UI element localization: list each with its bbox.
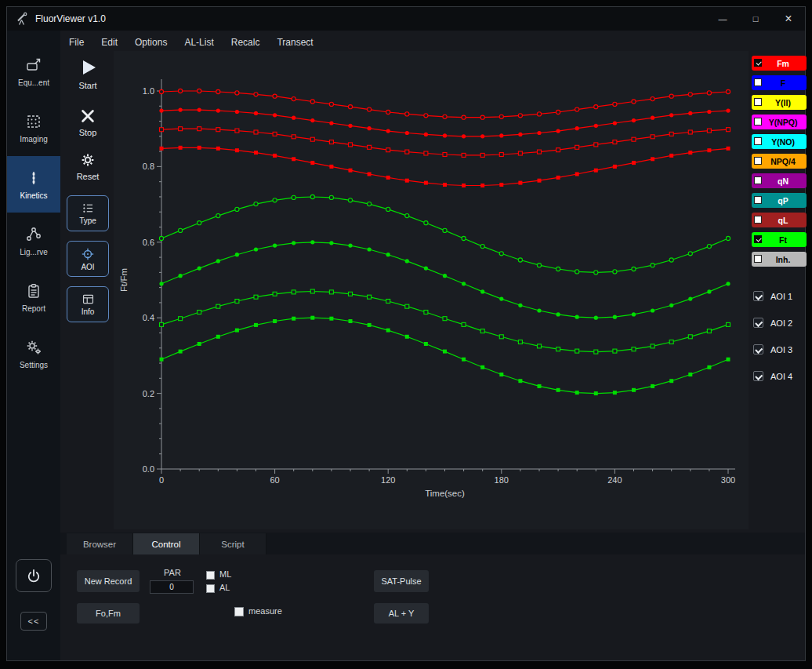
control-panel: New Record PAR ML AL SAT-Pulse Fo,Fm mea… <box>60 554 805 660</box>
sidebar-item-light-curve[interactable]: Lig...rve <box>7 213 60 269</box>
menu-file[interactable]: File <box>60 32 92 53</box>
kinetics-icon <box>25 169 42 187</box>
par-input[interactable] <box>150 580 194 594</box>
aoi-label: AOI 2 <box>770 318 792 328</box>
legend-qn[interactable]: qN <box>752 173 807 188</box>
sat-pulse-button[interactable]: SAT-Pulse <box>374 570 429 592</box>
menu-recalc[interactable]: Recalc <box>223 32 269 53</box>
legend-label: NPQ/4 <box>770 157 796 166</box>
tab-script[interactable]: Script <box>200 533 266 554</box>
svg-text:1.0: 1.0 <box>143 86 154 96</box>
sidebar-item-equipment[interactable]: Equ...ent <box>7 43 60 100</box>
legend-qp[interactable]: qP <box>752 193 807 208</box>
menu-transect[interactable]: Transect <box>268 32 321 53</box>
info-label: Info <box>82 307 95 316</box>
fo-fm-button[interactable]: Fo,Fm <box>77 603 140 624</box>
aoi-checkbox[interactable] <box>753 318 763 328</box>
measure-checkbox[interactable] <box>234 607 244 616</box>
sidebar-item-settings[interactable]: Settings <box>7 325 60 382</box>
kinetics-chart: 0601201802403000.00.20.40.60.81.0Time(se… <box>114 51 749 529</box>
sidebar-item-label: Kinetics <box>20 191 47 200</box>
aoi-label: AOI 4 <box>770 372 792 381</box>
power-button[interactable] <box>16 559 52 592</box>
legend-checkbox[interactable] <box>754 59 762 67</box>
svg-text:0: 0 <box>159 475 164 485</box>
reset-button[interactable]: Reset <box>63 145 112 187</box>
legend-checkbox[interactable] <box>754 255 762 263</box>
sidebar-item-imaging[interactable]: Imaging <box>7 100 60 156</box>
legend-checkbox[interactable] <box>754 118 762 125</box>
tab-control[interactable]: Control <box>133 533 200 554</box>
menu-edit[interactable]: Edit <box>92 32 126 53</box>
svg-text:Time(sec): Time(sec) <box>425 489 465 498</box>
legend-y-ii[interactable]: Y(II) <box>752 95 807 110</box>
aoi-row-aoi-2: AOI 2 <box>753 318 792 328</box>
legend-inh[interactable]: Inh. <box>752 252 807 267</box>
svg-text:60: 60 <box>270 475 279 485</box>
legend-ft[interactable]: Ft <box>752 232 807 247</box>
sidebar-items: Equ...ent Imaging <box>7 31 60 382</box>
par-label: PAR <box>150 568 195 577</box>
report-icon <box>25 282 42 300</box>
type-label: Type <box>79 216 96 225</box>
aoi-checkbox[interactable] <box>753 291 763 301</box>
legend-checkbox[interactable] <box>754 78 762 86</box>
maximize-button[interactable]: □ <box>739 7 772 31</box>
legend-label: Y(NPQ) <box>769 118 798 127</box>
svg-text:300: 300 <box>721 475 735 485</box>
al-label: AL <box>219 583 230 592</box>
al-plus-y-button[interactable]: AL + Y <box>374 603 429 624</box>
aoi-row-aoi-3: AOI 3 <box>753 344 792 354</box>
legend-checkbox[interactable] <box>754 157 762 165</box>
info-button[interactable]: Info <box>67 286 109 322</box>
menu-options[interactable]: Options <box>126 32 176 53</box>
start-label: Start <box>78 81 96 90</box>
legend-checkbox[interactable] <box>754 216 762 224</box>
type-list-icon <box>82 202 95 215</box>
legend-fm[interactable]: Fm <box>752 56 807 71</box>
svg-text:Ft/Fm: Ft/Fm <box>119 268 129 292</box>
legend-npq-4[interactable]: NPQ/4 <box>752 154 807 169</box>
tab-browser[interactable]: Browser <box>67 533 133 554</box>
aoi-label: AOI <box>81 263 94 271</box>
aoi-checkbox[interactable] <box>753 344 763 354</box>
window-title: FluorViewer v1.0 <box>35 13 106 24</box>
start-button[interactable]: Start <box>63 51 112 96</box>
menu-al-list[interactable]: AL-List <box>176 32 222 53</box>
legend-label: F <box>781 78 785 88</box>
legend-checkbox[interactable] <box>754 176 762 184</box>
aoi-row-aoi-4: AOI 4 <box>753 371 792 381</box>
legend-checkbox[interactable] <box>754 235 762 243</box>
minimize-button[interactable]: — <box>706 7 739 31</box>
legend-ql[interactable]: qL <box>752 213 807 227</box>
legend-y-npq[interactable]: Y(NPQ) <box>752 115 807 129</box>
svg-text:0.4: 0.4 <box>143 313 154 322</box>
aoi-button[interactable]: AOI <box>67 241 109 277</box>
legend-checkbox[interactable] <box>754 137 762 145</box>
menu-bar: FileEditOptionsAL-ListRecalcTransect <box>60 32 322 53</box>
al-checkbox[interactable] <box>206 584 215 593</box>
sidebar-item-kinetics[interactable]: Kinetics <box>7 156 60 213</box>
legend-checkbox[interactable] <box>754 196 762 204</box>
play-icon <box>78 57 98 78</box>
tab-bar: BrowserControlScript <box>60 533 805 554</box>
legend-y-no[interactable]: Y(NO) <box>752 134 807 149</box>
svg-text:0.8: 0.8 <box>143 162 154 171</box>
aoi-checkbox[interactable] <box>753 371 763 381</box>
equipment-icon <box>25 56 42 74</box>
legend-panel: FmFY(II)Y(NPQ)Y(NO)NPQ/4qNqPqLFtInh. <box>752 56 807 271</box>
new-record-button[interactable]: New Record <box>77 570 140 592</box>
ml-label: ML <box>219 569 231 579</box>
ml-checkbox[interactable] <box>206 571 215 580</box>
window-controls: — □ × <box>706 7 805 31</box>
type-button[interactable]: Type <box>67 195 109 231</box>
collapse-button[interactable]: << <box>20 612 47 631</box>
legend-f[interactable]: F <box>752 75 807 90</box>
legend-checkbox[interactable] <box>754 98 762 106</box>
sidebar-item-report[interactable]: Report <box>7 269 60 325</box>
sidebar-item-label: Lig...rve <box>20 248 48 256</box>
svg-text:240: 240 <box>607 475 622 485</box>
legend-label: Inh. <box>776 255 791 264</box>
close-button[interactable]: × <box>772 7 805 31</box>
stop-button[interactable]: Stop <box>63 101 112 144</box>
